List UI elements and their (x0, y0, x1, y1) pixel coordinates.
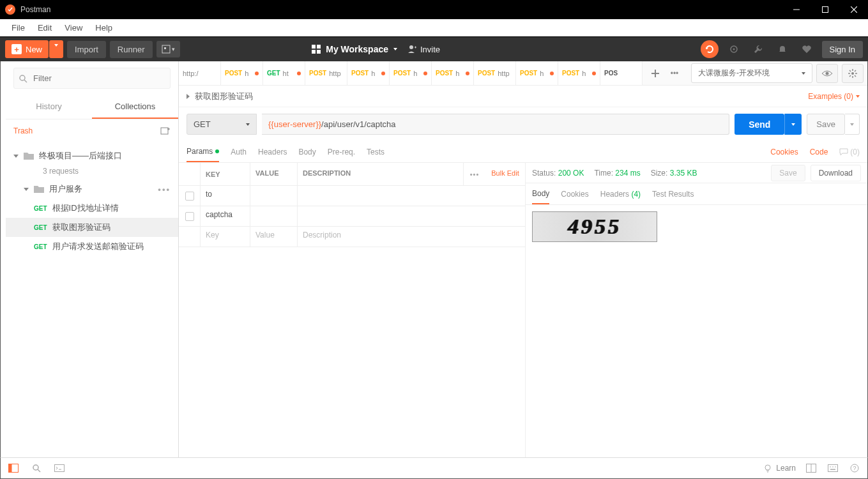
save-dropdown[interactable] (845, 114, 860, 135)
param-row-new[interactable]: Key Value Description (179, 227, 525, 247)
col-key: KEY (206, 171, 220, 178)
learn-link[interactable]: Learn (763, 464, 796, 473)
environment-settings-button[interactable] (842, 64, 864, 83)
subtab-body[interactable]: Body (298, 142, 316, 162)
wrench-icon[interactable] (749, 40, 767, 58)
import-button[interactable]: Import (67, 41, 106, 58)
workspace-selector[interactable]: My Workspace (312, 44, 397, 54)
request-tab[interactable]: POSTh (347, 61, 390, 85)
bulk-edit-link[interactable]: Bulk Edit (485, 163, 525, 185)
more-icon[interactable]: ••• (158, 185, 171, 194)
resp-tab-body[interactable]: Body (532, 184, 549, 204)
param-desc[interactable] (298, 186, 525, 206)
trash-link[interactable]: Trash (13, 126, 33, 135)
sync-icon[interactable] (701, 40, 719, 58)
param-desc[interactable] (298, 206, 525, 226)
subtab-headers[interactable]: Headers (258, 142, 287, 162)
request-tab[interactable]: POS (600, 61, 643, 85)
param-desc-placeholder[interactable]: Description (298, 227, 525, 247)
code-link[interactable]: Code (810, 148, 828, 156)
request-tab[interactable]: POSTh (516, 61, 558, 85)
svg-line-31 (849, 75, 851, 77)
request-tab[interactable]: POSThttp (305, 61, 347, 85)
status-label: Status: (532, 169, 556, 178)
request-tab[interactable]: POSTh (221, 61, 263, 85)
request-tab[interactable]: POSTh (390, 61, 432, 85)
send-button[interactable]: Send (735, 114, 784, 135)
subtab-tests[interactable]: Tests (367, 142, 385, 162)
subtab-params[interactable]: Params (187, 142, 219, 162)
menu-edit[interactable]: Edit (31, 20, 58, 35)
send-dropdown[interactable] (784, 114, 802, 135)
runner-button[interactable]: Runner (110, 41, 153, 58)
request-tab[interactable]: POSThttp (474, 61, 516, 85)
maximize-button[interactable] (811, 0, 839, 19)
svg-point-38 (765, 465, 770, 470)
svg-rect-5 (164, 47, 166, 49)
request-tab[interactable]: POSTh (558, 61, 600, 85)
signin-button[interactable]: Sign In (822, 41, 863, 58)
param-key-placeholder[interactable]: Key (201, 227, 250, 247)
minimize-button[interactable] (782, 0, 811, 19)
keyboard-icon[interactable] (826, 462, 839, 475)
unsaved-dot-icon (381, 72, 385, 75)
new-tab-button[interactable] (648, 66, 663, 81)
cookies-link[interactable]: Cookies (770, 148, 798, 156)
examples-dropdown[interactable]: Examples (0) (808, 92, 860, 101)
find-icon[interactable] (30, 462, 43, 475)
request-tab[interactable]: http:/ (179, 61, 221, 85)
console-icon[interactable] (53, 462, 66, 475)
environment-quicklook-button[interactable] (816, 64, 838, 83)
http-method-select[interactable]: GET (187, 114, 257, 135)
param-value[interactable] (250, 186, 298, 206)
new-button[interactable]: + New (5, 40, 49, 58)
request-node[interactable]: GET 用户请求发送邮箱验证码 (6, 237, 178, 256)
environment-selector[interactable]: 大课微服务-开发环境 (691, 63, 812, 83)
save-response-button[interactable]: Save (771, 165, 805, 181)
heart-icon[interactable] (798, 40, 816, 58)
resp-tab-tests[interactable]: Test Results (652, 185, 694, 204)
invite-button[interactable]: Invite (407, 45, 440, 54)
sidebar-tab-collections[interactable]: Collections (92, 95, 178, 119)
caret-right-icon[interactable] (187, 94, 190, 99)
filter-input[interactable] (13, 68, 171, 89)
sidebar-toggle-icon[interactable] (7, 462, 20, 475)
request-tab[interactable]: POSTh (432, 61, 474, 85)
menu-file[interactable]: File (5, 20, 31, 35)
save-button[interactable]: Save (807, 114, 845, 135)
url-input[interactable]: {{user-server}}/api/user/v1/captcha (262, 114, 729, 135)
satellite-icon[interactable] (725, 40, 743, 58)
tab-label: ht (283, 70, 289, 77)
collection-node[interactable]: 终极项目——后端接口 (6, 146, 178, 165)
param-key[interactable]: to (201, 186, 250, 206)
help-icon[interactable]: ? (848, 462, 861, 475)
comments-button[interactable]: (0) (839, 148, 860, 156)
param-checkbox[interactable] (185, 212, 194, 221)
sidebar-tab-history[interactable]: History (6, 95, 92, 119)
request-tab[interactable]: GETht (263, 61, 305, 85)
request-node[interactable]: GET 根据ID找地址详情 (6, 199, 178, 218)
param-checkbox[interactable] (185, 192, 194, 201)
param-value[interactable] (250, 206, 298, 226)
new-dropdown[interactable] (49, 40, 63, 58)
close-button[interactable] (839, 0, 868, 19)
download-button[interactable]: Download (811, 165, 861, 181)
request-node[interactable]: GET 获取图形验证码 (6, 218, 178, 237)
resp-tab-cookies[interactable]: Cookies (561, 185, 588, 204)
param-key[interactable]: captcha (201, 206, 250, 226)
param-value-placeholder[interactable]: Value (250, 227, 298, 247)
bell-icon[interactable] (773, 40, 791, 58)
tabs-more-button[interactable]: ••• (667, 66, 682, 81)
capture-button[interactable]: ▾ (156, 41, 180, 57)
param-row[interactable]: captcha (179, 206, 525, 227)
two-pane-icon[interactable] (805, 462, 818, 475)
menu-view[interactable]: View (58, 20, 89, 35)
new-collection-icon[interactable] (160, 126, 171, 136)
subtab-auth[interactable]: Auth (231, 142, 247, 162)
columns-more[interactable]: ••• (464, 163, 485, 185)
folder-node[interactable]: 用户服务 ••• (6, 179, 178, 199)
subtab-prereq[interactable]: Pre-req. (328, 142, 355, 162)
menu-help[interactable]: Help (89, 20, 119, 35)
param-row[interactable]: to (179, 186, 525, 206)
resp-tab-headers[interactable]: Headers (4) (600, 185, 641, 204)
